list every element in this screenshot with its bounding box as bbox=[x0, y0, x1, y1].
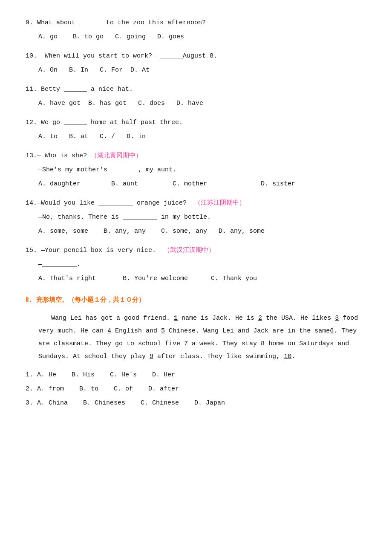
question-11: 11. Betty ______ a nice hat. A. have got… bbox=[26, 84, 366, 109]
question-15-text: 15. —Your pencil box is very nice. （武汉江汉… bbox=[26, 245, 366, 256]
question-14-text: 14.—Would you like _________ orange juic… bbox=[26, 197, 366, 209]
question-13: 13.— Who is she? （湖北黄冈期中） —She's my moth… bbox=[26, 150, 366, 190]
question-12-options: A. to B. at C. / D. in bbox=[26, 131, 366, 142]
question-14-text2: —No, thanks. There is _________ in my bo… bbox=[26, 211, 366, 223]
sub-question-3-options: 3. A. China B. Chineses C. Chinese D. Ja… bbox=[26, 397, 366, 409]
sub-question-2: 2. A. from B. to C. of D. after bbox=[26, 383, 366, 395]
question-9-text: 9. What about ______ to the zoo this aft… bbox=[26, 17, 366, 29]
question-12: 12. We go ______ home at half past three… bbox=[26, 117, 366, 142]
question-15-text2: —_________. bbox=[26, 259, 366, 270]
sub-question-1-options: 1. A. He B. His C. He's D. Her bbox=[26, 369, 366, 381]
question-15-options: A. That's right B. You're welcome C. Tha… bbox=[26, 273, 366, 284]
question-10-text: 10. —When will you start to work? —_____… bbox=[26, 50, 366, 62]
section-2-header: Ⅱ. 完形填空。（每小题１分，共１０分） bbox=[26, 295, 366, 306]
question-14: 14.—Would you like _________ orange juic… bbox=[26, 197, 366, 237]
question-9-options: A. go B. to go C. going D. goes bbox=[26, 31, 366, 43]
question-10: 10. —When will you start to work? —_____… bbox=[26, 50, 366, 76]
question-13-options: A. daughter B. aunt C. mother D. sister bbox=[26, 178, 366, 190]
question-11-text: 11. Betty ______ a nice hat. bbox=[26, 84, 366, 95]
question-12-text: 12. We go ______ home at half past three… bbox=[26, 117, 366, 128]
sub-question-2-options: 2. A. from B. to C. of D. after bbox=[26, 383, 366, 395]
question-10-options: A. On B. In C. For D. At bbox=[26, 64, 366, 76]
question-15-tag: （武汉江汉期中） bbox=[164, 247, 215, 254]
section-2-passage: Wang Lei has got a good friend. 1 name i… bbox=[26, 312, 366, 363]
question-14-options: A. some, some B. any, any C. some, any D… bbox=[26, 225, 366, 237]
sub-question-3: 3. A. China B. Chineses C. Chinese D. Ja… bbox=[26, 397, 366, 409]
question-13-text: 13.— Who is she? （湖北黄冈期中） bbox=[26, 150, 366, 162]
question-11-options: A. have got B. has got C. does D. have bbox=[26, 98, 366, 109]
question-13-tag: （湖北黄冈期中） bbox=[91, 152, 142, 159]
question-13-text2: —She's my mother's _______, my aunt. bbox=[26, 164, 366, 176]
question-9: 9. What about ______ to the zoo this aft… bbox=[26, 17, 366, 43]
question-14-tag: （江苏江阴期中） bbox=[194, 199, 245, 207]
question-15: 15. —Your pencil box is very nice. （武汉江汉… bbox=[26, 245, 366, 284]
sub-question-1: 1. A. He B. His C. He's D. Her bbox=[26, 369, 366, 381]
